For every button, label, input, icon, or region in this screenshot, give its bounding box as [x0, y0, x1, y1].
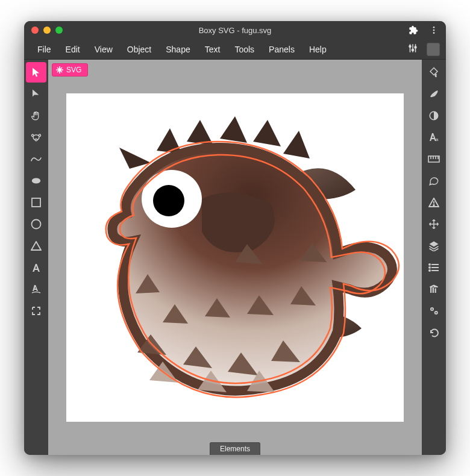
menu-text[interactable]: Text — [198, 41, 228, 58]
typography-panel-icon[interactable]: a — [424, 127, 444, 148]
elements-tab[interactable]: Elements — [210, 442, 260, 455]
svg-point-12 — [32, 178, 40, 184]
app-window: Boxy SVG - fugu.svg File Edit View Objec… — [24, 21, 446, 455]
menu-help[interactable]: Help — [302, 41, 334, 58]
svg-tag-label: SVG — [66, 66, 81, 74]
menu-object[interactable]: Object — [120, 41, 158, 58]
layers-panel-icon[interactable] — [424, 236, 444, 256]
color-swatch[interactable] — [427, 43, 440, 56]
fugu-illustration[interactable] — [66, 93, 404, 422]
fill-panel-icon[interactable] — [424, 62, 444, 83]
artboard[interactable] — [66, 93, 404, 422]
svg-rect-13 — [32, 198, 40, 207]
menubar: File Edit View Object Shape Text Tools P… — [24, 39, 446, 60]
svg-point-1 — [433, 30, 435, 31]
body: SVG — [24, 60, 446, 455]
blob-tool[interactable] — [26, 171, 46, 191]
direct-select-tool[interactable] — [26, 84, 46, 104]
fullscreen-window-button[interactable] — [55, 27, 63, 34]
contrast-panel-icon[interactable] — [424, 105, 444, 126]
svg-marker-19 — [253, 120, 281, 146]
svg-point-8 — [415, 46, 416, 48]
svg-point-51 — [429, 267, 430, 268]
asterisk-icon — [56, 66, 63, 74]
pen-tool[interactable] — [26, 149, 46, 169]
menu-shape[interactable]: Shape — [158, 41, 197, 58]
text-tool[interactable] — [26, 257, 46, 278]
svg-point-46 — [433, 205, 434, 206]
svg-point-23 — [153, 185, 184, 216]
menu-file[interactable]: File — [30, 41, 58, 58]
library-panel-icon[interactable] — [424, 279, 444, 299]
ruler-panel-icon[interactable] — [424, 149, 444, 169]
svg-point-7 — [412, 49, 414, 51]
menu-tools[interactable]: Tools — [227, 41, 262, 58]
minimize-window-button[interactable] — [43, 27, 51, 34]
titlebar: Boxy SVG - fugu.svg — [24, 21, 446, 39]
left-toolbar — [24, 60, 48, 455]
svg-point-9 — [32, 134, 34, 136]
crop-tool[interactable] — [26, 301, 46, 321]
select-tool[interactable] — [26, 62, 46, 83]
text-path-tool[interactable] — [26, 279, 46, 299]
chat-panel-icon[interactable] — [424, 171, 444, 191]
svg-point-10 — [39, 134, 40, 136]
menu-panels[interactable]: Panels — [262, 41, 302, 58]
right-toolbar: a — [422, 60, 446, 455]
more-icon[interactable] — [429, 25, 439, 35]
brush-panel-icon[interactable] — [424, 84, 444, 104]
settings-panel-icon[interactable] — [424, 301, 444, 321]
list-panel-icon[interactable] — [424, 257, 444, 278]
window-title: Boxy SVG - fugu.svg — [199, 26, 272, 35]
svg-point-6 — [409, 46, 411, 48]
canvas-viewport[interactable] — [48, 60, 422, 455]
history-panel-icon[interactable] — [424, 322, 444, 343]
svg-point-0 — [433, 27, 435, 28]
svg-point-52 — [429, 270, 430, 271]
svg-point-14 — [32, 220, 41, 229]
move-panel-icon[interactable] — [424, 214, 444, 234]
menu-view[interactable]: View — [87, 41, 120, 58]
pan-tool[interactable] — [26, 105, 46, 126]
svg-point-54 — [431, 308, 433, 310]
menu-edit[interactable]: Edit — [58, 41, 87, 58]
warning-panel-icon[interactable] — [424, 192, 444, 213]
close-window-button[interactable] — [31, 27, 39, 34]
svg-point-56 — [436, 312, 437, 313]
svg-marker-20 — [283, 131, 310, 158]
ellipse-tool[interactable] — [26, 214, 46, 234]
svg-text:a: a — [436, 137, 439, 142]
svg-point-50 — [429, 264, 430, 265]
freeform-tool[interactable] — [26, 127, 46, 148]
sliders-icon[interactable] — [407, 43, 418, 55]
svg-marker-18 — [220, 116, 247, 143]
rectangle-tool[interactable] — [26, 192, 46, 213]
canvas-area[interactable]: SVG — [48, 60, 422, 455]
svg-point-11 — [35, 139, 37, 141]
extension-icon[interactable] — [409, 25, 418, 35]
triangle-tool[interactable] — [26, 236, 46, 256]
svg-point-2 — [433, 32, 435, 34]
traffic-lights — [31, 27, 63, 34]
svg-root-tag[interactable]: SVG — [52, 63, 88, 77]
